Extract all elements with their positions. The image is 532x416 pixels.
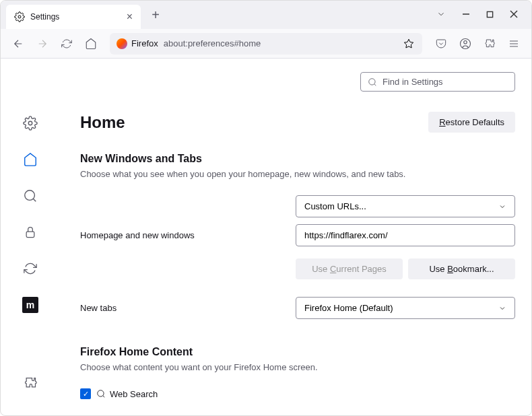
nav-bar: Firefox about:preferences#home bbox=[1, 29, 531, 59]
tab-bar: Settings × + bbox=[1, 1, 531, 29]
svg-line-18 bbox=[103, 396, 105, 398]
newtabs-label: New tabs bbox=[80, 303, 296, 313]
close-tab-icon[interactable]: × bbox=[127, 11, 133, 23]
section-desc-home-content: Choose what content you want on your Fir… bbox=[80, 362, 515, 372]
select-value: Custom URLs... bbox=[304, 201, 366, 211]
svg-point-15 bbox=[369, 78, 375, 84]
url-text: about:preferences#home bbox=[164, 38, 397, 48]
svg-rect-14 bbox=[26, 232, 34, 237]
find-settings-input[interactable]: Find in Settings bbox=[360, 72, 515, 92]
chevron-down-icon bbox=[498, 304, 506, 312]
sidebar-general[interactable] bbox=[18, 111, 42, 135]
sidebar-privacy[interactable] bbox=[18, 220, 42, 244]
firefox-logo-icon bbox=[117, 38, 127, 49]
svg-point-11 bbox=[28, 121, 32, 125]
sidebar-extensions[interactable] bbox=[18, 371, 42, 395]
identity-box: Firefox bbox=[117, 38, 158, 49]
new-tab-button[interactable]: + bbox=[146, 5, 165, 24]
gear-icon bbox=[14, 11, 25, 22]
minimize-icon[interactable] bbox=[462, 9, 470, 21]
settings-main: Find in Settings Home Restore Defaults N… bbox=[60, 59, 531, 415]
reload-button[interactable] bbox=[56, 33, 77, 55]
m-icon: m bbox=[22, 297, 38, 313]
list-tabs-icon[interactable] bbox=[436, 9, 446, 21]
url-bar[interactable]: Firefox about:preferences#home bbox=[110, 33, 422, 55]
section-title-home-content: Firefox Home Content bbox=[80, 346, 515, 358]
select-value: Firefox Home (Default) bbox=[304, 303, 393, 313]
svg-point-12 bbox=[25, 190, 35, 201]
menu-icon[interactable] bbox=[503, 33, 525, 55]
newtabs-select[interactable]: Firefox Home (Default) bbox=[296, 297, 515, 319]
sidebar-more[interactable]: m bbox=[18, 293, 42, 317]
svg-marker-5 bbox=[404, 39, 413, 48]
browser-tab[interactable]: Settings × bbox=[6, 5, 141, 29]
websearch-checkbox[interactable]: ✓ bbox=[80, 388, 91, 399]
svg-line-16 bbox=[374, 83, 376, 85]
homepage-mode-select[interactable]: Custom URLs... bbox=[296, 195, 515, 217]
home-button[interactable] bbox=[80, 33, 102, 55]
section-title-windows-tabs: New Windows and Tabs bbox=[80, 153, 515, 165]
bookmark-star-icon[interactable] bbox=[402, 37, 415, 50]
homepage-label: Homepage and new windows bbox=[80, 230, 296, 240]
tab-title: Settings bbox=[30, 12, 59, 22]
sidebar-sync[interactable] bbox=[18, 256, 42, 281]
close-window-icon[interactable] bbox=[510, 9, 518, 21]
page-title: Home bbox=[80, 113, 125, 132]
use-current-pages-button[interactable]: Use Current Pages bbox=[296, 258, 403, 279]
svg-point-17 bbox=[98, 390, 104, 396]
homepage-url-input[interactable] bbox=[296, 224, 515, 246]
svg-point-7 bbox=[464, 40, 467, 44]
svg-line-13 bbox=[33, 199, 36, 201]
settings-sidebar: m bbox=[1, 59, 60, 415]
pocket-icon[interactable] bbox=[430, 33, 452, 55]
forward-button[interactable] bbox=[32, 33, 53, 55]
section-desc: Choose what you see when you open your h… bbox=[80, 169, 515, 179]
svg-point-0 bbox=[18, 15, 21, 18]
use-bookmark-button[interactable]: Use Bookmark... bbox=[408, 258, 515, 279]
svg-rect-2 bbox=[487, 11, 492, 17]
search-placeholder: Find in Settings bbox=[383, 77, 443, 87]
identity-label: Firefox bbox=[131, 38, 158, 48]
search-icon bbox=[368, 77, 377, 87]
chevron-down-icon bbox=[498, 203, 506, 211]
sidebar-home[interactable] bbox=[18, 147, 42, 172]
sidebar-search[interactable] bbox=[18, 184, 42, 208]
account-icon[interactable] bbox=[455, 33, 476, 55]
back-button[interactable] bbox=[7, 33, 29, 55]
extensions-icon[interactable] bbox=[479, 33, 500, 55]
maximize-icon[interactable] bbox=[486, 9, 494, 21]
restore-defaults-button[interactable]: Restore Defaults bbox=[428, 112, 515, 133]
search-icon bbox=[96, 389, 106, 398]
websearch-label: Web Search bbox=[96, 389, 158, 399]
